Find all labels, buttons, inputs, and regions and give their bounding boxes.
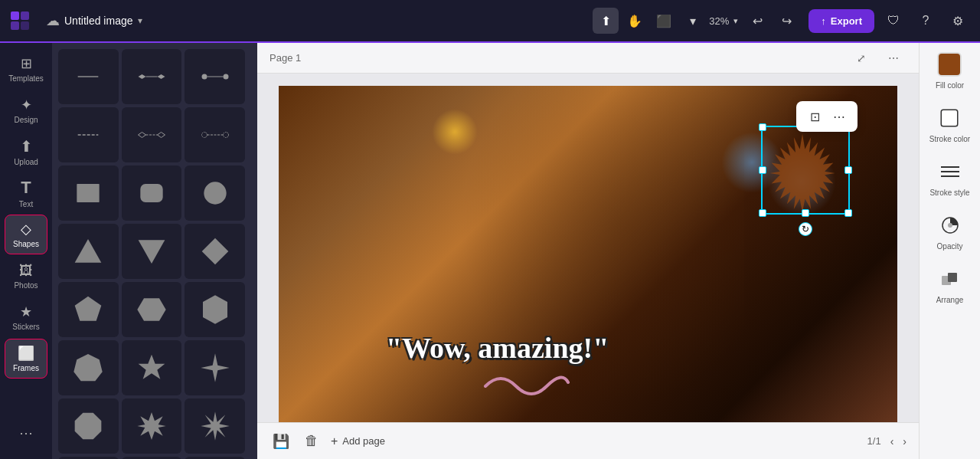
handle-bl[interactable] [759,209,766,217]
shape-dashed-circle-line[interactable] [185,107,245,162]
shape-star-8[interactable] [185,398,245,454]
hand-tool[interactable]: ✋ [622,8,648,34]
squiggle-decoration [478,363,570,402]
shape-diamond[interactable] [185,224,245,279]
canvas-expand-icon[interactable]: ⤢ [848,45,874,71]
shape-triangle-down[interactable] [122,224,182,279]
shapes-panel [52,43,251,459]
zoom-value[interactable]: 32% [709,15,729,27]
sidebar-item-shapes[interactable]: ◇ Shapes [5,215,47,254]
shape-hexagon-flat[interactable] [122,282,182,337]
svg-rect-38 [942,110,957,126]
sidebar-item-more[interactable]: ⋯ [5,413,47,453]
svg-rect-3 [21,21,29,30]
svg-rect-1 [21,11,29,20]
canvas-more-icon[interactable]: ⋯ [880,45,906,71]
shape-circle[interactable] [185,166,245,221]
svg-marker-27 [74,354,103,381]
shape-star-6[interactable] [122,398,182,454]
select-tool[interactable]: ⬆ [593,8,619,34]
svg-marker-31 [137,412,165,440]
sidebar-item-stickers[interactable]: ★ Stickers [5,297,47,337]
stickers-icon: ★ [20,303,32,320]
help-icon[interactable]: ? [913,8,939,34]
svg-marker-24 [75,297,102,321]
shape-straight-line[interactable] [58,49,119,104]
opacity-label: Opacity [937,242,963,251]
basic-shapes-grid [58,166,245,459]
topbar-right: ↑ Export 🛡 ? ⚙ [808,8,971,34]
rotate-handle[interactable]: ↻ [799,222,812,236]
sidebar-item-templates[interactable]: ⊞ Templates [5,49,47,89]
shape-triangle-up[interactable] [58,224,119,279]
frame-dropdown[interactable]: ▾ [680,8,706,34]
shape-rounded-rect[interactable] [122,166,182,221]
logo-icon [9,10,31,31]
delete-icon[interactable]: 🗑 [302,430,322,452]
handle-tl[interactable] [759,123,766,131]
canvas-bottom: 💾 🗑 + Add page 1/1 ‹ › [257,422,919,459]
shape-pentagon[interactable] [58,282,119,337]
sidebar-item-photos[interactable]: 🖼 Photos [5,256,47,296]
svg-point-8 [201,74,207,80]
prev-page-button[interactable]: ‹ [890,435,894,448]
shape-diamond-line[interactable] [122,49,182,104]
shape-heptagon[interactable] [58,340,119,395]
shape-hexagon-point[interactable] [185,282,245,337]
svg-marker-12 [138,133,145,138]
float-more-icon[interactable]: ⋯ [828,106,850,127]
shape-dashed-straight[interactable] [58,107,119,162]
handle-ml[interactable] [759,166,766,174]
svg-marker-7 [157,74,165,79]
svg-marker-14 [157,133,165,138]
panel-resize-handle[interactable] [251,43,257,459]
sidebar-item-design[interactable]: ✦ Design [5,90,47,130]
add-page-icon: + [331,434,338,448]
float-toolbar: ⊡ ⋯ [796,101,858,132]
canvas-background[interactable]: "Wow, amazing!" [279,86,897,422]
zoom-dropdown[interactable]: ▾ [730,13,741,29]
svg-rect-19 [140,184,162,202]
float-crop-icon[interactable]: ⊡ [804,106,825,127]
upload-icon: ⬆ [20,137,33,156]
shield-icon[interactable]: 🛡 [880,8,906,34]
svg-marker-5 [138,74,145,79]
shape-star-5[interactable] [122,340,182,395]
svg-marker-22 [139,240,165,264]
canvas-header-right: ⤢ ⋯ [848,45,906,71]
shape-star-4[interactable] [185,340,245,395]
document-title[interactable]: Untitled image [64,15,133,27]
add-page-button[interactable]: + Add page [331,434,385,448]
handle-bm[interactable] [802,209,809,217]
stroke-color-label: Stroke color [929,135,970,144]
undo-button[interactable]: ↩ [744,8,770,34]
topbar-tools: ⬆ ✋ ⬛ ▾ 32% ▾ ↩ ↪ [593,8,799,34]
export-button[interactable]: ↑ Export [808,9,874,33]
title-dropdown-icon[interactable]: ▾ [138,15,142,26]
cloud-save-icon: ☁ [46,12,60,29]
wow-text: "Wow, amazing!" [386,331,609,365]
frame-tool[interactable]: ⬛ [651,8,677,34]
next-page-button[interactable]: › [903,435,906,448]
arrange-label: Arrange [936,296,964,305]
shape-circle-line[interactable] [185,49,245,104]
settings-icon[interactable]: ⚙ [945,8,971,34]
redo-button[interactable]: ↪ [773,8,799,34]
svg-marker-32 [201,411,229,440]
save-icon[interactable]: 💾 [270,430,292,453]
shape-dashed-diamond[interactable] [122,107,182,162]
fill-color-swatch[interactable] [937,52,962,77]
handle-mr[interactable] [844,166,852,174]
stroke-style-control[interactable]: Stroke style [929,159,969,198]
stroke-color-control[interactable]: Stroke color [929,106,970,144]
opacity-control[interactable]: Opacity [937,213,963,251]
arrange-control[interactable]: Arrange [936,267,964,305]
shape-rectangle[interactable] [58,166,119,221]
sidebar-item-upload[interactable]: ⬆ Upload [5,132,47,172]
shape-octagon[interactable] [58,398,119,454]
fill-color-control[interactable]: Fill color [936,52,964,90]
lines-grid [58,49,245,162]
handle-br[interactable] [844,209,852,217]
sidebar-item-text[interactable]: T Text [5,173,47,213]
sidebar-item-frames[interactable]: ⬜ Frames [5,339,47,379]
